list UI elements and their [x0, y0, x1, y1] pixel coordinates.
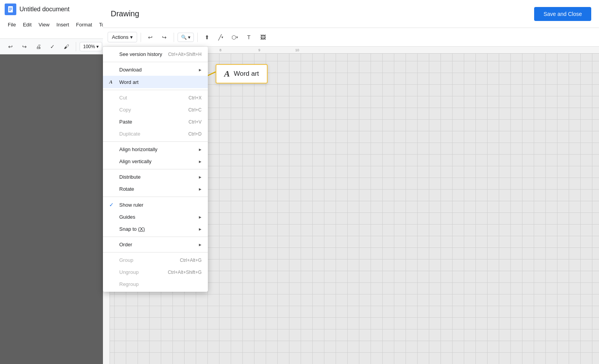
redo-button[interactable]: ↪: [19, 41, 30, 52]
ungroup-shortcut: Ctrl+Alt+Shift+G: [168, 270, 202, 275]
menu-item-align-vertically[interactable]: Align vertically ▸: [103, 155, 208, 167]
menu-item-align-horizontally[interactable]: Align horizontally ▸: [103, 143, 208, 155]
menu-insert[interactable]: Insert: [53, 21, 72, 28]
order-label: Order: [119, 242, 132, 247]
menu-item-order[interactable]: Order ▸: [103, 239, 208, 251]
spellcheck-button[interactable]: ✓: [47, 41, 58, 52]
align-v-arrow-icon: ▸: [199, 158, 202, 164]
menu-item-copy: Copy Ctrl+C: [103, 104, 208, 116]
modal-header: Drawing Save and Close: [103, 0, 599, 28]
menu-separator-7: [103, 252, 208, 253]
guides-label: Guides: [119, 214, 135, 220]
download-label: Download: [119, 67, 142, 73]
text-tool-button[interactable]: T: [243, 31, 255, 43]
context-menu: See version history Ctrl+Alt+Shift+H Dow…: [103, 47, 208, 292]
group-shortcut: Ctrl+Alt+G: [180, 258, 202, 263]
paste-label: Paste: [119, 119, 132, 125]
menu-separator-4: [103, 169, 208, 169]
paste-shortcut: Ctrl+V: [188, 119, 202, 125]
snap-to-arrow-icon: ▸: [199, 226, 202, 232]
menu-item-regroup: Regroup: [103, 278, 208, 290]
menu-item-distribute[interactable]: Distribute ▸: [103, 171, 208, 183]
modal-zoom-button[interactable]: 🔍 ▾: [178, 33, 194, 42]
align-h-arrow-icon: ▸: [199, 146, 202, 152]
modal-toolbar-sep2: [174, 33, 174, 42]
menu-separator-1: [103, 62, 208, 62]
undo-button[interactable]: ↩: [5, 41, 16, 52]
menu-format[interactable]: Format: [73, 21, 95, 28]
see-version-history-label: See version history: [119, 51, 162, 57]
svg-rect-1: [9, 8, 12, 9]
cut-label: Cut: [119, 95, 127, 101]
menu-item-word-art[interactable]: A Word art: [103, 76, 208, 88]
modal-toolbar-sep3: [197, 33, 198, 42]
menu-item-cut: Cut Ctrl+X: [103, 92, 208, 104]
show-ruler-check-icon: ✓: [109, 202, 115, 208]
actions-button[interactable]: Actions ▾: [108, 32, 137, 42]
duplicate-shortcut: Ctrl+D: [188, 131, 202, 137]
modal-redo-button[interactable]: ↪: [158, 31, 170, 43]
menu-view[interactable]: View: [35, 21, 52, 28]
menu-separator-3: [103, 141, 208, 142]
menu-separator-5: [103, 197, 208, 197]
modal-undo-button[interactable]: ↩: [145, 31, 156, 43]
rotate-arrow-icon: ▸: [199, 186, 202, 192]
menu-item-rotate[interactable]: Rotate ▸: [103, 183, 208, 195]
menu-item-paste[interactable]: Paste Ctrl+V: [103, 116, 208, 128]
menu-separator-2: [103, 90, 208, 90]
copy-label: Copy: [119, 107, 131, 113]
menu-item-guides[interactable]: Guides ▸: [103, 211, 208, 223]
guides-arrow-icon: ▸: [199, 214, 202, 220]
menu-item-duplicate: Duplicate Ctrl+D: [103, 128, 208, 140]
group-label: Group: [119, 257, 133, 263]
distribute-label: Distribute: [119, 174, 141, 180]
select-tool-button[interactable]: ⬆: [201, 31, 213, 43]
ungroup-label: Ungroup: [119, 269, 139, 275]
image-tool-button[interactable]: 🖼: [257, 31, 269, 43]
menu-item-download[interactable]: Download ▸: [103, 64, 208, 76]
menu-item-see-version-history[interactable]: See version history Ctrl+Alt+Shift+H: [103, 48, 208, 60]
word-art-tooltip-label: Word art: [234, 70, 259, 78]
distribute-arrow-icon: ▸: [199, 174, 202, 180]
menu-separator-6: [103, 237, 208, 237]
regroup-label: Regroup: [119, 281, 139, 287]
docs-app-icon: [5, 3, 16, 15]
menu-item-snap-to[interactable]: Snap to (X) ▸: [103, 223, 208, 235]
see-version-history-shortcut: Ctrl+Alt+Shift+H: [168, 52, 202, 57]
menu-item-show-ruler[interactable]: ✓ Show ruler: [103, 199, 208, 211]
menu-item-ungroup: Ungroup Ctrl+Alt+Shift+G: [103, 266, 208, 278]
menu-edit[interactable]: Edit: [20, 21, 35, 28]
word-art-menu-icon: A: [109, 79, 115, 85]
menu-item-group: Group Ctrl+Alt+G: [103, 254, 208, 266]
zoom-selector[interactable]: 100% ▾: [80, 42, 102, 51]
paint-format-button[interactable]: 🖌: [61, 41, 72, 52]
word-art-tooltip-icon: A: [224, 69, 230, 79]
cut-shortcut: Ctrl+X: [188, 95, 202, 101]
shapes-tool-button[interactable]: ⬡ ▾: [229, 31, 241, 43]
menu-file[interactable]: File: [5, 21, 19, 28]
copy-shortcut: Ctrl+C: [188, 107, 202, 113]
toolbar-sep1: [76, 42, 76, 51]
download-arrow-icon: ▸: [199, 67, 202, 73]
snap-to-label: Snap to (X): [119, 226, 145, 232]
print-button[interactable]: 🖨: [33, 41, 44, 52]
show-ruler-label: Show ruler: [119, 202, 143, 208]
align-horizontally-label: Align horizontally: [119, 146, 157, 152]
line-tool-button[interactable]: ╱ ▾: [215, 31, 227, 43]
modal-title: Drawing: [111, 9, 139, 18]
duplicate-label: Duplicate: [119, 131, 140, 137]
modal-toolbar-sep1: [141, 33, 141, 42]
modal-toolbar: Actions ▾ ↩ ↪ 🔍 ▾ ⬆ ╱ ▾ ⬡ ▾ T 🖼: [103, 28, 599, 47]
order-arrow-icon: ▸: [199, 242, 202, 247]
save-close-button[interactable]: Save and Close: [534, 7, 591, 21]
rotate-label: Rotate: [119, 186, 134, 192]
word-art-tooltip: A Word art: [216, 64, 268, 84]
svg-rect-3: [9, 10, 11, 11]
align-vertically-label: Align vertically: [119, 158, 151, 164]
word-art-menu-label: Word art: [119, 79, 139, 85]
svg-rect-2: [9, 9, 12, 10]
